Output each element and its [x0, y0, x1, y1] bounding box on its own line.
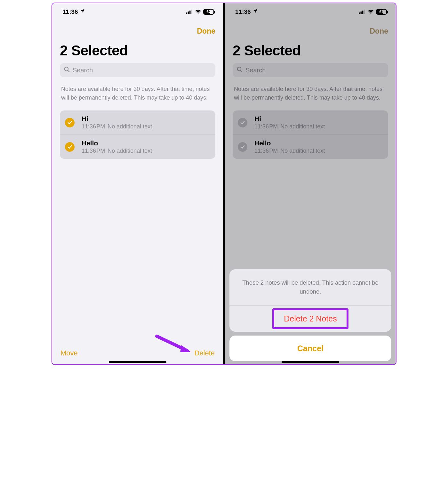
cancel-button[interactable]: Cancel [297, 344, 324, 353]
battery-pct: 67 [206, 10, 211, 14]
note-subtitle: 11:36 PMNo additional text [82, 123, 152, 130]
action-sheet: These 2 notes will be deleted. This acti… [229, 269, 391, 361]
home-indicator [282, 361, 339, 363]
move-button[interactable]: Move [60, 349, 78, 357]
svg-point-4 [65, 67, 68, 71]
note-subtitle: 11:36 PMNo additional text [82, 148, 152, 154]
cellular-icon [186, 10, 193, 14]
checkmark-icon [65, 142, 75, 152]
phone-right: 11:36 67 Done 2 Selected [224, 3, 396, 365]
checkmark-icon [65, 118, 75, 127]
search-icon [64, 66, 70, 74]
folder-info-text: Notes are available here for 30 days. Af… [52, 77, 223, 105]
sheet-message: These 2 notes will be deleted. This acti… [229, 269, 391, 305]
note-title: Hello [82, 139, 152, 147]
search-input[interactable] [73, 67, 212, 74]
phone-left: 11:36 67 Done 2 Selected [52, 3, 224, 365]
svg-rect-2 [189, 11, 191, 14]
svg-rect-3 [191, 10, 193, 14]
nav-header: Done [52, 20, 223, 38]
svg-rect-0 [186, 12, 187, 14]
svg-line-5 [68, 70, 69, 72]
done-button[interactable]: Done [197, 27, 216, 36]
svg-rect-1 [188, 12, 189, 14]
battery-icon: 67 [203, 9, 214, 15]
location-icon [80, 8, 85, 15]
note-row[interactable]: Hello 11:36 PMNo additional text [60, 134, 215, 159]
annotation-highlight: Delete 2 Notes [272, 308, 348, 329]
note-row[interactable]: Hi 11:36 PMNo additional text [60, 110, 215, 134]
page-title: 2 Selected [52, 38, 223, 61]
wifi-icon [195, 10, 201, 14]
delete-notes-button[interactable]: Delete 2 Notes [284, 314, 337, 323]
notes-list: Hi 11:36 PMNo additional text Hello 11:3… [60, 110, 215, 159]
bottom-toolbar: Move Delete [52, 349, 223, 357]
status-bar: 11:36 67 [52, 3, 223, 20]
home-indicator [109, 361, 166, 363]
status-time: 11:36 [62, 8, 78, 15]
delete-button[interactable]: Delete [194, 349, 215, 357]
note-title: Hi [82, 115, 152, 123]
search-field[interactable] [60, 63, 215, 77]
